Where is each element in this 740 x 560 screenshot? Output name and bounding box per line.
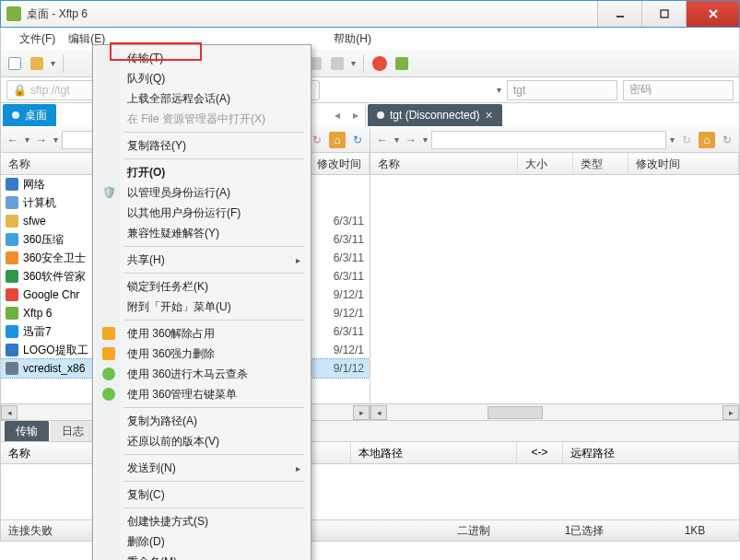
file-icon xyxy=(5,232,19,247)
tab-local-desktop[interactable]: 桌面 xyxy=(3,104,56,126)
nav-back-icon[interactable]: ← xyxy=(374,132,391,148)
file-name: 迅雷7 xyxy=(23,324,52,340)
nav-forward-icon[interactable]: → xyxy=(33,132,50,148)
paste-dropdown-icon[interactable]: ▾ xyxy=(351,58,356,68)
ctx-restore[interactable]: 还原以前的版本(V) xyxy=(96,431,308,451)
ctx-delete[interactable]: 删除(D) xyxy=(96,531,308,552)
tab-close-icon[interactable]: × xyxy=(485,108,492,122)
open-folder-icon[interactable] xyxy=(29,55,45,72)
paste-icon[interactable] xyxy=(329,55,346,72)
file-icon xyxy=(5,324,19,339)
address-text: sftp://tgt xyxy=(30,84,70,97)
ctx-360-unlock[interactable]: 使用 360解除占用 xyxy=(96,323,308,344)
tab-scroll-left-icon[interactable]: ◂ xyxy=(328,109,347,122)
ctx-compat[interactable]: 兼容性疑难解答(Y) xyxy=(96,223,308,243)
remote-path-input[interactable] xyxy=(431,131,666,149)
tab-status-dot-icon xyxy=(12,111,19,119)
close-button[interactable] xyxy=(686,1,739,27)
ctx-run-as[interactable]: 以其他用户身份运行(F) xyxy=(96,203,308,223)
menu-help[interactable]: 帮助(H) xyxy=(334,31,371,47)
file-name: Google Chr xyxy=(23,288,79,301)
ctx-open[interactable]: 打开(O) xyxy=(96,162,308,182)
file-date: 6/3/11 xyxy=(334,325,370,338)
ctx-open-explorer[interactable]: 在 File 资源管理器中打开(X) xyxy=(96,109,308,129)
file-name: 计算机 xyxy=(23,195,56,211)
ctx-sendto[interactable]: 发送到(N)▸ xyxy=(96,458,308,478)
ctx-rename[interactable]: 重命名(M) xyxy=(96,552,308,560)
tcol-localpath[interactable]: 本地路径 xyxy=(351,442,517,463)
menu-file[interactable]: 文件(F) xyxy=(19,31,55,47)
col-type[interactable]: 类型 xyxy=(573,153,628,174)
file-date: 9/1/12 xyxy=(334,362,370,375)
remote-column-header: 名称 大小 类型 修改时间 xyxy=(370,153,739,175)
file-icon xyxy=(5,287,19,302)
minimize-button[interactable] xyxy=(597,1,641,27)
tab-remote-tgt[interactable]: tgt (Disconnected) × xyxy=(368,104,502,126)
new-session-icon[interactable] xyxy=(6,55,23,72)
360-icon xyxy=(101,346,116,361)
scroll-left-icon[interactable]: ◂ xyxy=(370,405,387,420)
ctx-run-admin[interactable]: 🛡️以管理员身份运行(A) xyxy=(96,182,308,203)
ctx-pin-start[interactable]: 附到「开始」菜单(U) xyxy=(96,297,308,317)
ctx-360-manage[interactable]: 使用 360管理右键菜单 xyxy=(96,384,308,404)
ctx-queue[interactable]: 队列(Q) xyxy=(96,68,308,88)
titlebar: 桌面 - Xftp 6 xyxy=(0,0,740,28)
tcol-arrow[interactable]: <-> xyxy=(517,442,563,463)
scroll-left-icon[interactable]: ◂ xyxy=(1,405,18,420)
file-icon xyxy=(5,269,19,284)
file-date: 6/3/11 xyxy=(334,251,370,264)
shield-icon: 🛡️ xyxy=(101,185,116,200)
file-icon xyxy=(5,177,19,192)
nav-forward-icon[interactable]: → xyxy=(403,132,419,148)
ctx-copy-as-path[interactable]: 复制为路径(A) xyxy=(96,411,308,431)
360-green-icon xyxy=(101,387,116,402)
address-history-dropdown[interactable]: ▾ xyxy=(497,85,501,95)
ctx-share[interactable]: 共享(H)▸ xyxy=(96,250,308,270)
nav-home-icon[interactable]: ⌂ xyxy=(329,132,346,148)
ctx-360-forcedel[interactable]: 使用 360强力删除 xyxy=(96,344,308,364)
col-name[interactable]: 名称 xyxy=(370,153,518,174)
tcol-remotepath[interactable]: 远程路径 xyxy=(563,442,739,463)
username-input[interactable]: tgt xyxy=(507,80,617,100)
window-title: 桌面 - Xftp 6 xyxy=(27,6,597,22)
nav-up-icon[interactable]: ↻ xyxy=(678,132,695,148)
status-size: 1KB xyxy=(658,524,732,537)
ctx-upload-all[interactable]: 上载全部远程会话(A) xyxy=(96,88,308,109)
toolbar-dropdown-icon[interactable]: ▾ xyxy=(51,58,55,68)
context-menu: 传输(T) 队列(Q) 上载全部远程会话(A) 在 File 资源管理器中打开(… xyxy=(92,44,311,560)
red-circle-icon[interactable] xyxy=(371,55,388,72)
scrollbar-thumb[interactable] xyxy=(487,406,543,419)
col-mtime[interactable]: 修改时间 xyxy=(628,153,739,174)
nav-back-icon[interactable]: ← xyxy=(5,132,21,148)
tab-log[interactable]: 日志 xyxy=(51,421,95,441)
green-square-icon[interactable] xyxy=(393,55,410,72)
submenu-arrow-icon: ▸ xyxy=(296,255,300,265)
status-selection: 1已选择 xyxy=(547,523,621,539)
nav-refresh-icon[interactable]: ↻ xyxy=(349,132,366,148)
nav-home-icon[interactable]: ⌂ xyxy=(699,132,715,148)
ctx-shortcut[interactable]: 创建快捷方式(S) xyxy=(96,511,308,531)
remote-hscrollbar[interactable]: ◂ ▸ xyxy=(370,403,739,420)
tab-scroll-right-icon[interactable]: ▸ xyxy=(347,109,365,122)
password-input[interactable]: 密码 xyxy=(623,80,734,100)
svg-rect-1 xyxy=(661,10,668,18)
ctx-copy-path[interactable]: 复制路径(Y) xyxy=(96,135,308,156)
ctx-360-trojan[interactable]: 使用 360进行木马云查杀 xyxy=(96,364,308,384)
ctx-copy[interactable]: 复制(C) xyxy=(96,484,308,505)
remote-file-list[interactable] xyxy=(370,175,739,403)
file-icon xyxy=(5,251,19,265)
file-icon xyxy=(5,214,19,228)
maximize-button[interactable] xyxy=(641,1,686,27)
file-name: LOGO提取工 xyxy=(23,343,88,358)
ctx-transfer[interactable]: 传输(T) xyxy=(96,48,308,68)
nav-refresh-icon[interactable]: ↻ xyxy=(719,132,735,148)
scroll-right-icon[interactable]: ▸ xyxy=(353,405,370,420)
file-date: 6/3/11 xyxy=(334,233,370,246)
file-name: 360安全卫士 xyxy=(23,251,86,266)
file-icon xyxy=(5,306,19,321)
scroll-right-icon[interactable]: ▸ xyxy=(722,405,739,420)
col-size[interactable]: 大小 xyxy=(518,153,573,174)
ctx-pin-taskbar[interactable]: 锁定到任务栏(K) xyxy=(96,276,308,297)
tab-transfer[interactable]: 传输 xyxy=(5,421,49,441)
360-green-icon xyxy=(101,367,116,381)
